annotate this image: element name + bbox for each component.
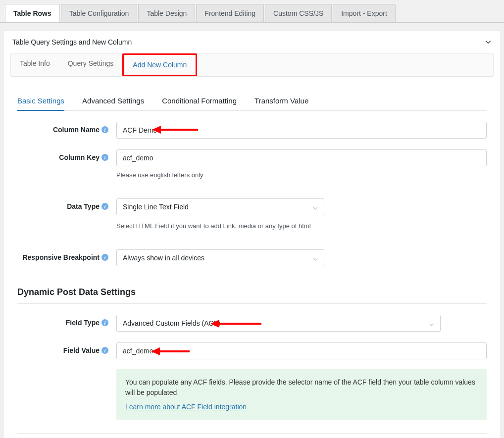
info-icon[interactable]: i	[101, 203, 108, 210]
info-icon[interactable]: i	[101, 319, 108, 326]
tab-table-configuration[interactable]: Table Configuration	[61, 4, 138, 22]
responsive-breakpoint-value: Always show in all devices	[123, 254, 204, 262]
info-icon[interactable]: i	[101, 154, 108, 161]
responsive-breakpoint-label: Responsive Breakpointi	[17, 249, 116, 261]
field-type-row: Field Typei Advanced Custom Fields (ACF)	[17, 315, 487, 332]
column-key-label: Column Keyi	[17, 149, 116, 161]
tab-custom-css-js[interactable]: Custom CSS/JS	[265, 4, 332, 22]
panel-header[interactable]: Table Query Settings and New Column	[3, 31, 501, 53]
column-key-row: Column Keyi Please use english letters o…	[17, 149, 487, 179]
field-type-value: Advanced Custom Fields (ACF)	[123, 319, 220, 327]
info-icon[interactable]: i	[101, 254, 108, 261]
tab-advanced-settings[interactable]: Advanced Settings	[82, 92, 144, 110]
column-key-input[interactable]	[116, 149, 487, 166]
chevron-down-icon	[485, 39, 492, 46]
data-type-help: Select HTML Field if you want to add Lin…	[116, 222, 487, 230]
data-type-select[interactable]: Single Line Text Field	[116, 198, 324, 215]
tab-import-export[interactable]: Import - Export	[333, 4, 396, 22]
panel-title: Table Query Settings and New Column	[12, 38, 132, 46]
acf-notice: You can populate any ACF fields. Please …	[116, 369, 487, 420]
inner-tabs: Table Info Query Settings Add New Column	[10, 53, 494, 77]
tab-basic-settings[interactable]: Basic Settings	[17, 92, 64, 111]
responsive-breakpoint-row: Responsive Breakpointi Always show in al…	[17, 249, 487, 266]
data-type-value: Single Line Text Field	[123, 203, 189, 211]
field-value-row: Field Valuei You can populate any ACF fi…	[17, 342, 487, 420]
column-name-row: Column Namei	[17, 122, 487, 139]
settings-panel: Table Query Settings and New Column Tabl…	[3, 31, 501, 438]
notice-link[interactable]: Learn more about ACF Field integration	[125, 402, 247, 412]
column-name-label: Column Namei	[17, 122, 116, 134]
form-content: Basic Settings Advanced Settings Conditi…	[3, 77, 501, 438]
tab-transform-value[interactable]: Transform Value	[254, 92, 308, 110]
field-type-label: Field Typei	[17, 315, 116, 327]
column-key-help: Please use english letters only	[116, 171, 487, 179]
footer-actions: Add Column	[17, 433, 487, 438]
chevron-down-icon	[313, 255, 318, 260]
dynamic-section-title: Dynamic Post Data Settings	[17, 287, 487, 304]
tab-add-new-column[interactable]: Add New Column	[122, 53, 197, 76]
field-type-select[interactable]: Advanced Custom Fields (ACF)	[116, 315, 441, 332]
field-value-input[interactable]	[116, 342, 487, 359]
sub-tabs: Basic Settings Advanced Settings Conditi…	[17, 92, 487, 111]
tab-frontend-editing[interactable]: Frontend Editing	[196, 4, 264, 22]
field-value-label: Field Valuei	[17, 342, 116, 354]
chevron-down-icon	[313, 204, 318, 209]
tab-conditional-formatting[interactable]: Conditional Formatting	[162, 92, 237, 110]
tab-query-settings[interactable]: Query Settings	[59, 53, 123, 76]
top-tabs: Table Rows Table Configuration Table Des…	[0, 0, 504, 23]
info-icon[interactable]: i	[101, 347, 108, 354]
info-icon[interactable]: i	[101, 126, 108, 133]
notice-text: You can populate any ACF fields. Please …	[125, 377, 478, 398]
chevron-down-icon	[429, 321, 434, 326]
responsive-breakpoint-select[interactable]: Always show in all devices	[116, 249, 324, 266]
data-type-label: Data Typei	[17, 198, 116, 210]
data-type-row: Data Typei Single Line Text Field Select…	[17, 198, 487, 230]
tab-table-design[interactable]: Table Design	[138, 4, 195, 22]
column-name-input[interactable]	[116, 122, 487, 139]
tab-table-info[interactable]: Table Info	[11, 53, 59, 76]
tab-table-rows[interactable]: Table Rows	[5, 4, 60, 22]
